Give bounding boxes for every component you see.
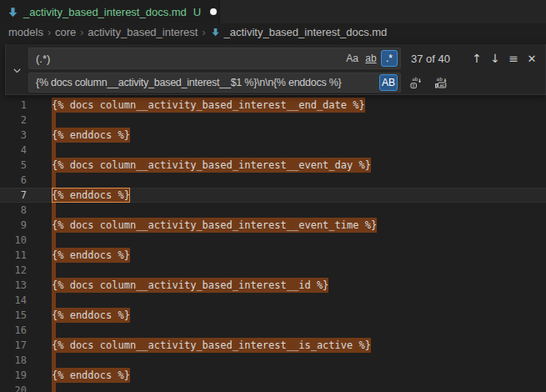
line-number: 10 xyxy=(0,233,27,248)
find-options: Aa ab .* xyxy=(343,48,398,68)
breadcrumb-separator: › xyxy=(202,27,205,38)
line-number: 19 xyxy=(0,368,27,383)
find-input[interactable]: (.*) Aa ab .* xyxy=(28,48,401,69)
line-number: 14 xyxy=(0,293,27,308)
code-line[interactable]: 16 xyxy=(0,323,546,338)
code-line-current[interactable]: 7 {% enddocs %} xyxy=(0,188,546,203)
find-in-selection-button[interactable]: ≡ xyxy=(504,49,523,68)
tab-active-file[interactable]: _activity_based_interest_docs.md U xyxy=(0,0,220,23)
code-line[interactable]: 18 xyxy=(0,353,546,368)
line-number: 20 xyxy=(0,383,27,392)
code-line[interactable]: 20 xyxy=(0,383,546,392)
tab-bar: _activity_based_interest_docs.md U xyxy=(0,0,546,23)
line-number: 16 xyxy=(0,323,27,338)
line-number: 8 xyxy=(0,203,27,218)
breadcrumb-separator: › xyxy=(48,27,51,38)
find-match-highlight-empty xyxy=(52,173,56,188)
find-match-highlight: {% enddocs %} xyxy=(52,368,130,383)
current-find-match-highlight: {% enddocs %} xyxy=(52,188,130,203)
markdown-file-icon xyxy=(8,7,18,18)
code-line[interactable]: 10 xyxy=(0,233,546,248)
line-number: 3 xyxy=(0,128,27,143)
breadcrumb-item-file[interactable]: _activity_based_interest_docs.md xyxy=(223,26,387,38)
whole-word-toggle[interactable]: ab xyxy=(363,50,379,67)
line-number: 15 xyxy=(0,308,27,323)
line-number: 13 xyxy=(0,278,27,293)
line-number: 1 xyxy=(0,98,27,113)
find-match-highlight: {% enddocs %} xyxy=(52,128,130,143)
chevron-down-icon[interactable] xyxy=(10,63,23,77)
line-number: 11 xyxy=(0,248,27,263)
markdown-file-icon xyxy=(211,28,220,37)
match-count: 37 of 40 xyxy=(411,53,450,65)
find-match-highlight: {% docs column__activity_based_interest_… xyxy=(52,98,365,113)
find-match-highlight-empty xyxy=(52,143,56,158)
code-line[interactable]: 9 {% docs column__activity_based_interes… xyxy=(0,218,546,233)
unsaved-changes-dot[interactable] xyxy=(210,8,217,15)
code-line[interactable]: 8 xyxy=(0,203,546,218)
line-number: 18 xyxy=(0,353,27,368)
breadcrumb-item-core[interactable]: core xyxy=(55,26,76,38)
code-line[interactable]: 3 {% enddocs %} xyxy=(0,128,546,143)
regex-toggle[interactable]: .* xyxy=(381,50,398,67)
line-number: 5 xyxy=(0,158,27,173)
line-number: 2 xyxy=(0,113,27,128)
replace-icon: ab c xyxy=(409,76,423,89)
breadcrumb-item-models[interactable]: models xyxy=(8,26,43,38)
find-match-highlight-empty xyxy=(52,383,56,392)
match-case-toggle[interactable]: Aa xyxy=(343,50,361,67)
previous-match-button[interactable]: ↑ xyxy=(468,49,486,68)
find-match-highlight-empty xyxy=(52,263,56,278)
replace-all-button[interactable]: ab ac xyxy=(431,73,451,92)
tab-title: _activity_based_interest_docs.md xyxy=(23,6,187,18)
git-status-badge: U xyxy=(193,6,201,18)
vscode-window: _activity_based_interest_docs.md U model… xyxy=(0,0,546,392)
svg-text:ac: ac xyxy=(439,83,444,88)
replace-input[interactable]: {% docs column__activity_based_interest_… xyxy=(28,73,401,93)
line-number: 4 xyxy=(0,143,27,158)
breadcrumb-item-activity-based-interest[interactable]: activity_based_interest xyxy=(88,26,198,38)
replace-row: {% docs column__activity_based_interest_… xyxy=(28,73,545,93)
next-match-button[interactable]: ↓ xyxy=(486,49,504,68)
find-match-highlight: {% docs column__activity_based_interest_… xyxy=(52,278,328,293)
code-line[interactable]: 13 {% docs column__activity_based_intere… xyxy=(0,278,546,293)
preserve-case-toggle[interactable]: AB xyxy=(379,74,398,91)
code-line[interactable]: 6 xyxy=(0,173,546,188)
code-line[interactable]: 19 {% enddocs %} xyxy=(0,368,546,383)
find-match-highlight-empty xyxy=(52,203,56,218)
line-number: 7 xyxy=(0,188,27,203)
code-line[interactable]: 12 xyxy=(0,263,546,278)
find-match-highlight-empty xyxy=(52,113,56,128)
line-number: 9 xyxy=(0,218,27,233)
line-number: 6 xyxy=(0,173,27,188)
line-number: 17 xyxy=(0,338,27,353)
find-replace-widget: (.*) Aa ab .* 37 of 40 ↑ ↓ ≡ ✕ {% docs c… xyxy=(5,44,546,95)
code-line[interactable]: 14 xyxy=(0,293,546,308)
find-match-highlight-empty xyxy=(52,323,56,338)
code-line[interactable]: 4 xyxy=(0,143,546,158)
svg-text:c: c xyxy=(413,83,415,88)
breadcrumb-separator: › xyxy=(80,27,83,38)
find-match-highlight: {% docs column__activity_based_interest_… xyxy=(52,218,377,233)
find-match-highlight: {% docs column__activity_based_interest_… xyxy=(52,158,371,173)
replace-options: AB xyxy=(379,73,398,92)
code-line[interactable]: 1 {% docs column__activity_based_interes… xyxy=(0,98,546,113)
replace-all-icon: ab ac xyxy=(434,76,448,89)
svg-text:ab: ab xyxy=(412,76,418,82)
line-number: 12 xyxy=(0,263,27,278)
code-line[interactable]: 2 xyxy=(0,113,546,128)
replace-value-text: {% docs column__activity_based_interest_… xyxy=(36,77,341,88)
code-line[interactable]: 11 {% enddocs %} xyxy=(0,248,546,263)
code-line[interactable]: 5 {% docs column__activity_based_interes… xyxy=(0,158,546,173)
replace-button[interactable]: ab c xyxy=(406,73,426,92)
find-query-text: (.*) xyxy=(36,53,50,65)
find-match-highlight: {% enddocs %} xyxy=(52,308,130,323)
code-line[interactable]: 17 {% docs column__activity_based_intere… xyxy=(0,338,546,353)
find-match-highlight-empty xyxy=(52,293,56,308)
svg-text:ab: ab xyxy=(437,76,443,82)
close-icon[interactable]: ✕ xyxy=(523,49,541,68)
find-row: (.*) Aa ab .* 37 of 40 ↑ ↓ ≡ ✕ xyxy=(28,48,545,69)
code-line[interactable]: 15 {% enddocs %} xyxy=(0,308,546,323)
find-match-highlight-empty xyxy=(52,353,56,368)
breadcrumb: models › core › activity_based_interest … xyxy=(0,23,546,41)
